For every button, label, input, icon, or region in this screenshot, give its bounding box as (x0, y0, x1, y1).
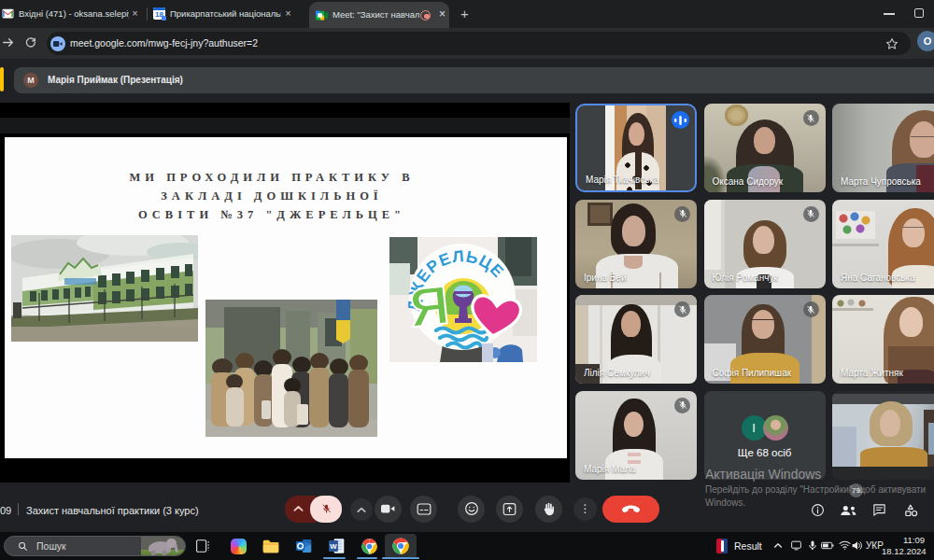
svg-text:W: W (330, 542, 337, 551)
svg-text:Я: Я (407, 273, 452, 338)
